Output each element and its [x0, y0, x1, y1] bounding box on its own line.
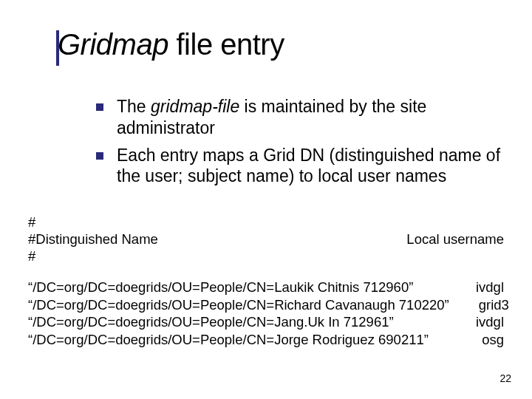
comment-line: #	[28, 248, 504, 265]
square-bullet-icon	[96, 103, 103, 111]
comment-line: #	[28, 214, 504, 231]
slide: Gridmap file entry The gridmap-file is m…	[0, 0, 532, 399]
bullet-text: The gridmap-file is maintained by the si…	[117, 96, 510, 139]
entry-user: ivdgl	[476, 313, 504, 331]
bullet-text-pre: Each entry maps a Grid DN (distinguished…	[117, 146, 500, 186]
gridmap-entry: “/DC=org/DC=doegrids/OU=People/CN=Richar…	[28, 296, 504, 314]
gridmap-entry: “/DC=org/DC=doegrids/OU=People/CN=Jang.U…	[28, 313, 504, 331]
bullet-item: The gridmap-file is maintained by the si…	[96, 96, 510, 139]
title-block: Gridmap file entry	[58, 28, 284, 61]
title-italic-part: Gridmap	[58, 28, 168, 61]
bullet-text-italic: gridmap-file	[151, 97, 239, 116]
bullet-item: Each entry maps a Grid DN (distinguished…	[96, 145, 510, 188]
entry-dn: “/DC=org/DC=doegrids/OU=People/CN=Jorge …	[28, 331, 458, 349]
entry-dn: “/DC=org/DC=doegrids/OU=People/CN=Jang.U…	[28, 313, 423, 331]
slide-title: Gridmap file entry	[58, 28, 284, 61]
gridmap-entries: “/DC=org/DC=doegrids/OU=People/CN=Laukik…	[28, 279, 504, 349]
title-plain-part: file entry	[168, 28, 284, 61]
gridmap-entry: “/DC=org/DC=doegrids/OU=People/CN=Laukik…	[28, 279, 504, 296]
entry-user: ivdgl	[476, 279, 504, 296]
bullet-text-pre: The	[117, 97, 151, 116]
entry-dn: “/DC=org/DC=doegrids/OU=People/CN=Laukik…	[28, 279, 443, 296]
comment-dn-label: #Distinguished Name	[28, 231, 158, 248]
square-bullet-icon	[96, 152, 103, 160]
comment-header-block: # #Distinguished Name Local username #	[28, 214, 504, 265]
comment-user-label: Local username	[406, 231, 504, 248]
gridmap-entry: “/DC=org/DC=doegrids/OU=People/CN=Jorge …	[28, 331, 504, 349]
bullet-text: Each entry maps a Grid DN (distinguished…	[117, 145, 510, 188]
comment-header-row: #Distinguished Name Local username	[28, 231, 504, 248]
bullet-list: The gridmap-file is maintained by the si…	[96, 96, 510, 193]
entry-user: grid3	[479, 296, 509, 314]
entry-dn: “/DC=org/DC=doegrids/OU=People/CN=Richar…	[28, 296, 479, 314]
page-number: 22	[499, 372, 511, 384]
entry-user: osg	[482, 331, 504, 349]
